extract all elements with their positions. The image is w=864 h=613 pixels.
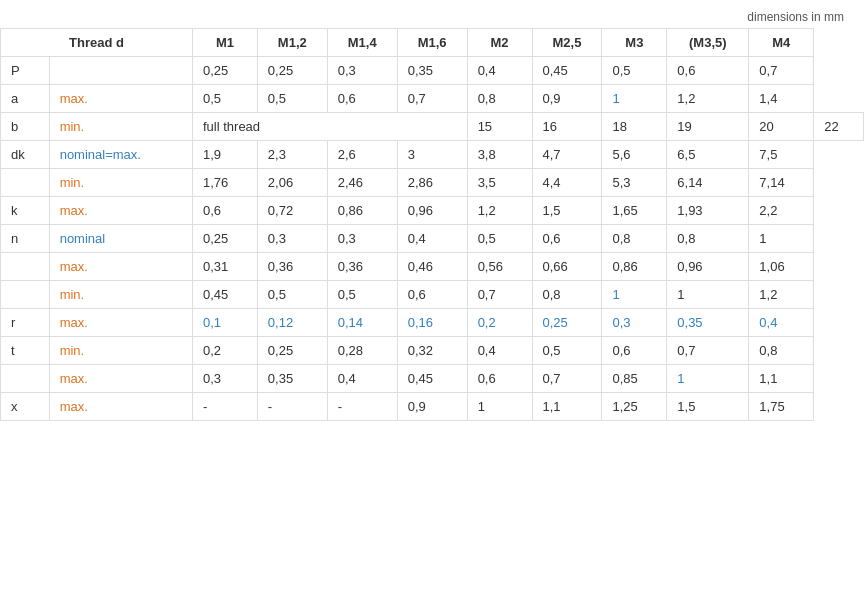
value-cell: 1,76 bbox=[192, 169, 257, 197]
value-cell: 0,4 bbox=[327, 365, 397, 393]
param-cell bbox=[1, 253, 50, 281]
value-cell: 0,3 bbox=[602, 309, 667, 337]
value-cell: 2,2 bbox=[749, 197, 814, 225]
value-cell: 0,5 bbox=[257, 85, 327, 113]
value-cell: 0,36 bbox=[257, 253, 327, 281]
value-cell: 0,5 bbox=[532, 337, 602, 365]
value-cell: 0,8 bbox=[667, 225, 749, 253]
value-cell: 1,9 bbox=[192, 141, 257, 169]
value-cell: 2,46 bbox=[327, 169, 397, 197]
value-cell: 0,8 bbox=[467, 85, 532, 113]
value-cell: 0,9 bbox=[397, 393, 467, 421]
value-cell: 0,72 bbox=[257, 197, 327, 225]
table-row: dknominal=max.1,92,32,633,84,75,66,57,5 bbox=[1, 141, 864, 169]
value-cell: 0,35 bbox=[397, 57, 467, 85]
value-cell: 2,6 bbox=[327, 141, 397, 169]
value-cell: 0,96 bbox=[397, 197, 467, 225]
param-cell: t bbox=[1, 337, 50, 365]
header-m2: M2 bbox=[467, 29, 532, 57]
value-cell: 0,6 bbox=[397, 281, 467, 309]
value-cell: 2,3 bbox=[257, 141, 327, 169]
value-cell: 0,8 bbox=[749, 337, 814, 365]
param-cell: k bbox=[1, 197, 50, 225]
value-cell: 3 bbox=[397, 141, 467, 169]
value-cell: 15 bbox=[467, 113, 532, 141]
table-header-row: Thread d M1 M1,2 M1,4 M1,6 M2 M2,5 M3 (M… bbox=[1, 29, 864, 57]
value-cell: 1,25 bbox=[602, 393, 667, 421]
value-cell: 0,6 bbox=[667, 57, 749, 85]
value-cell: 0,25 bbox=[532, 309, 602, 337]
header-m3: M3 bbox=[602, 29, 667, 57]
value-cell: 1,2 bbox=[749, 281, 814, 309]
param-cell bbox=[1, 169, 50, 197]
value-cell: 7,5 bbox=[749, 141, 814, 169]
qualifier-cell: max. bbox=[49, 309, 192, 337]
value-cell: 0,25 bbox=[257, 57, 327, 85]
value-cell: - bbox=[192, 393, 257, 421]
value-cell: 16 bbox=[532, 113, 602, 141]
value-cell: 0,6 bbox=[327, 85, 397, 113]
param-cell: r bbox=[1, 309, 50, 337]
table-row: tmin.0,20,250,280,320,40,50,60,70,8 bbox=[1, 337, 864, 365]
value-cell: 18 bbox=[602, 113, 667, 141]
qualifier-cell: nominal bbox=[49, 225, 192, 253]
value-cell: 1,5 bbox=[667, 393, 749, 421]
value-cell: 1,06 bbox=[749, 253, 814, 281]
table-row: xmax.---0,911,11,251,51,75 bbox=[1, 393, 864, 421]
value-cell: 4,4 bbox=[532, 169, 602, 197]
param-cell: a bbox=[1, 85, 50, 113]
table-row: amax.0,50,50,60,70,80,911,21,4 bbox=[1, 85, 864, 113]
value-cell: 2,06 bbox=[257, 169, 327, 197]
header-thread: Thread d bbox=[1, 29, 193, 57]
header-m25: M2,5 bbox=[532, 29, 602, 57]
value-cell: 0,31 bbox=[192, 253, 257, 281]
value-cell: 0,32 bbox=[397, 337, 467, 365]
value-cell: 0,6 bbox=[467, 365, 532, 393]
value-cell: 0,3 bbox=[192, 365, 257, 393]
value-cell: - bbox=[257, 393, 327, 421]
value-cell: 0,45 bbox=[192, 281, 257, 309]
qualifier-cell: max. bbox=[49, 85, 192, 113]
value-cell: 0,4 bbox=[397, 225, 467, 253]
value-cell: 0,25 bbox=[192, 57, 257, 85]
value-cell: 0,12 bbox=[257, 309, 327, 337]
value-cell: 1,93 bbox=[667, 197, 749, 225]
param-cell bbox=[1, 281, 50, 309]
header-m35: (M3,5) bbox=[667, 29, 749, 57]
param-cell: dk bbox=[1, 141, 50, 169]
param-cell: b bbox=[1, 113, 50, 141]
header-m16: M1,6 bbox=[397, 29, 467, 57]
qualifier-cell: min. bbox=[49, 337, 192, 365]
qualifier-cell: min. bbox=[49, 113, 192, 141]
qualifier-cell: min. bbox=[49, 281, 192, 309]
table-row: max.0,30,350,40,450,60,70,8511,1 bbox=[1, 365, 864, 393]
param-cell: x bbox=[1, 393, 50, 421]
value-cell: 22 bbox=[814, 113, 864, 141]
value-cell: 4,7 bbox=[532, 141, 602, 169]
qualifier-cell: nominal=max. bbox=[49, 141, 192, 169]
value-cell: 0,5 bbox=[257, 281, 327, 309]
param-cell bbox=[1, 365, 50, 393]
param-cell: n bbox=[1, 225, 50, 253]
value-cell: 1 bbox=[467, 393, 532, 421]
param-cell: P bbox=[1, 57, 50, 85]
value-cell: 0,35 bbox=[257, 365, 327, 393]
value-cell: 1,75 bbox=[749, 393, 814, 421]
table-row: nnominal0,250,30,30,40,50,60,80,81 bbox=[1, 225, 864, 253]
value-cell: 1 bbox=[602, 85, 667, 113]
page: dimensions in mm Thread d M1 M1,2 M1,4 M… bbox=[0, 0, 864, 613]
value-cell: 0,56 bbox=[467, 253, 532, 281]
value-cell: 1,1 bbox=[532, 393, 602, 421]
header-m4: M4 bbox=[749, 29, 814, 57]
value-cell: 0,86 bbox=[602, 253, 667, 281]
qualifier-cell: max. bbox=[49, 365, 192, 393]
value-cell: 1,4 bbox=[749, 85, 814, 113]
value-cell: 0,7 bbox=[397, 85, 467, 113]
header-m12: M1,2 bbox=[257, 29, 327, 57]
header-m1: M1 bbox=[192, 29, 257, 57]
value-cell: 0,6 bbox=[602, 337, 667, 365]
value-cell: 0,5 bbox=[602, 57, 667, 85]
value-cell: 1 bbox=[602, 281, 667, 309]
value-cell: 0,25 bbox=[257, 337, 327, 365]
table-row: rmax.0,10,120,140,160,20,250,30,350,4 bbox=[1, 309, 864, 337]
